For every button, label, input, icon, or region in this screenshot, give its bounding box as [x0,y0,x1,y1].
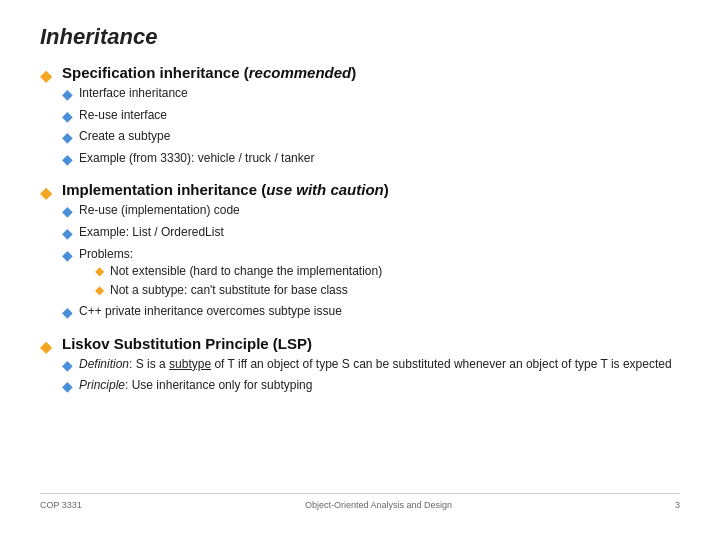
item-text: Example (from 3330): vehicle / truck / t… [79,150,314,167]
item-text: C++ private inheritance overcomes subtyp… [79,303,342,320]
list-item: ◆ Problems: ◆Not extensible (hard to cha… [62,246,680,301]
problems-item: Problems: ◆Not extensible (hard to chang… [79,246,382,301]
heading-italic-2: use with caution [266,181,384,198]
heading-italic-1: recommended [249,64,352,81]
section-heading-2: Implementation inheritance (use with cau… [62,181,680,198]
section-implementation: ◆ Implementation inheritance (use with c… [40,181,680,324]
principle-item: Principle: Use inheritance only for subt… [79,377,312,394]
spec-list: ◆Interface inheritance ◆Re-use interface… [62,85,680,169]
nested-bullet: ◆ [95,263,104,280]
section-lsp: ◆ Liskov Substitution Principle (LSP) ◆ … [40,335,680,399]
nested-text: Not a subtype: can't substitute for base… [110,282,348,299]
problems-label: Problems: [79,247,133,261]
item-text: Interface inheritance [79,85,188,102]
item-text: Re-use (implementation) code [79,202,240,219]
section-content-1: Specification inheritance (recommended) … [62,64,680,171]
bullet-diamond-2: ◆ [40,183,52,202]
sub-bullet: ◆ [62,150,73,170]
list-item: ◆C++ private inheritance overcomes subty… [62,303,680,323]
list-item: ◆ Definition: S is a subtype of T iff an… [62,356,680,376]
item-text: Example: List / OrderedList [79,224,224,241]
heading-close-2: ) [384,181,389,198]
list-item: ◆Re-use (implementation) code [62,202,680,222]
lsp-list: ◆ Definition: S is a subtype of T iff an… [62,356,680,397]
def-label: Definition [79,357,129,371]
nested-bullet: ◆ [95,282,104,299]
footer-left: COP 3331 [40,500,82,510]
section-heading-3: Liskov Substitution Principle (LSP) [62,335,680,352]
sub-bullet: ◆ [62,356,73,376]
sub-bullet: ◆ [62,224,73,244]
nested-item: ◆Not extensible (hard to change the impl… [95,263,382,280]
section-content-2: Implementation inheritance (use with cau… [62,181,680,324]
heading-plain-3: Liskov Substitution Principle (LSP) [62,335,312,352]
sub-bullet: ◆ [62,377,73,397]
footer-right: 3 [675,500,680,510]
heading-plain-1: Specification inheritance ( [62,64,249,81]
heading-plain-2: Implementation inheritance ( [62,181,266,198]
sub-bullet: ◆ [62,85,73,105]
main-content: ◆ Specification inheritance (recommended… [40,64,680,493]
nested-problems-list: ◆Not extensible (hard to change the impl… [79,263,382,299]
section-specification: ◆ Specification inheritance (recommended… [40,64,680,171]
item-text: Create a subtype [79,128,170,145]
impl-list: ◆Re-use (implementation) code ◆Example: … [62,202,680,322]
sub-bullet: ◆ [62,107,73,127]
sub-bullet: ◆ [62,128,73,148]
list-item: ◆Example: List / OrderedList [62,224,680,244]
sub-bullet: ◆ [62,303,73,323]
item-text: Re-use interface [79,107,167,124]
list-item: ◆Interface inheritance [62,85,680,105]
slide-title: Inheritance [40,24,680,50]
section-heading-1: Specification inheritance (recommended) [62,64,680,81]
sub-bullet: ◆ [62,246,73,266]
bullet-diamond-3: ◆ [40,337,52,356]
footer: COP 3331 Object-Oriented Analysis and De… [40,493,680,510]
sub-bullet: ◆ [62,202,73,222]
bullet-diamond-1: ◆ [40,66,52,85]
nested-text: Not extensible (hard to change the imple… [110,263,382,280]
footer-center: Object-Oriented Analysis and Design [305,500,452,510]
slide: Inheritance ◆ Specification inheritance … [0,0,720,540]
definition-item: Definition: S is a subtype of T iff an o… [79,356,672,373]
list-item: ◆Example (from 3330): vehicle / truck / … [62,150,680,170]
section-content-3: Liskov Substitution Principle (LSP) ◆ De… [62,335,680,399]
principle-label: Principle [79,378,125,392]
nested-item: ◆Not a subtype: can't substitute for bas… [95,282,382,299]
list-item: ◆Create a subtype [62,128,680,148]
heading-close-1: ) [351,64,356,81]
list-item: ◆ Principle: Use inheritance only for su… [62,377,680,397]
subtype-text: subtype [169,357,211,371]
list-item: ◆Re-use interface [62,107,680,127]
